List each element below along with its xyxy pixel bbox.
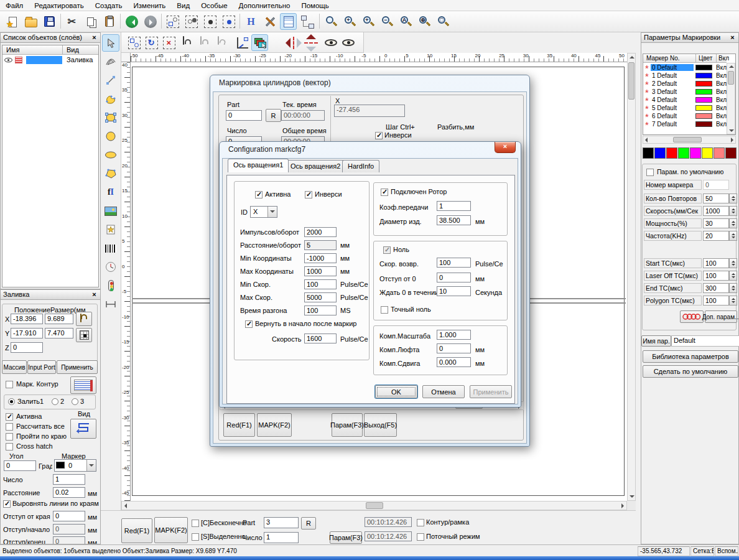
params-button[interactable]: Парам(F3) xyxy=(330,531,362,544)
scrollbar-thumb[interactable] xyxy=(728,71,734,85)
new-document-button[interactable]: ★ xyxy=(4,13,21,30)
menu-item[interactable]: Изменить xyxy=(128,2,171,9)
params-button[interactable]: Парам(F3) xyxy=(332,413,363,437)
make-default-button[interactable]: Сделать по умолчанию xyxy=(643,365,738,378)
hatch-button[interactable]: H xyxy=(243,13,259,30)
config-value-field[interactable]: 2000 xyxy=(304,227,337,237)
x-size-field[interactable]: 9.689 xyxy=(45,314,73,324)
scrollbar-thumb[interactable] xyxy=(366,502,383,509)
spinner[interactable] xyxy=(729,218,737,228)
polygon-tool[interactable] xyxy=(102,165,119,182)
config-value-field[interactable]: 100 xyxy=(304,306,337,315)
zero-checkbox[interactable] xyxy=(383,246,391,254)
scale-button[interactable] xyxy=(126,34,142,51)
axis-id-select[interactable]: X xyxy=(250,206,277,218)
active-checkbox[interactable] xyxy=(6,413,13,421)
marker-row[interactable]: 2 Default Вкл xyxy=(643,80,727,88)
return-speed-field[interactable]: 100 xyxy=(437,258,471,268)
cut-button[interactable]: ✂ xyxy=(63,13,80,30)
paste-button[interactable] xyxy=(101,13,118,30)
y-size-field[interactable]: 7.470 xyxy=(45,328,73,338)
y-position-field[interactable]: -17.910 xyxy=(11,328,43,338)
color-swatch[interactable] xyxy=(666,147,677,159)
config-value-field[interactable]: 1000 xyxy=(304,266,337,276)
chevron-down-icon[interactable] xyxy=(86,460,96,471)
undo-button[interactable] xyxy=(123,13,140,30)
marker-row[interactable]: 0 Default Вкл xyxy=(643,63,727,72)
copy-button[interactable] xyxy=(82,13,99,30)
param-value[interactable]: 100 xyxy=(703,258,729,268)
reset-button[interactable]: R xyxy=(266,109,281,122)
count-field[interactable]: 1 xyxy=(53,474,85,485)
red-preview-button[interactable]: Red(F1) xyxy=(121,518,152,543)
curve-tool[interactable] xyxy=(102,90,119,108)
zoom-button[interactable]: − xyxy=(378,13,395,30)
spinner[interactable] xyxy=(729,231,737,241)
param-library-button[interactable]: Библиотека параметров xyxy=(643,350,738,363)
zoom-button[interactable] xyxy=(322,13,339,30)
delete-node-button[interactable]: × xyxy=(160,34,177,51)
column-view[interactable]: Вид xyxy=(67,46,79,54)
param-value[interactable]: 300 xyxy=(703,283,729,293)
tools-button[interactable] xyxy=(261,13,278,30)
spinner[interactable] xyxy=(729,258,737,268)
marker-row[interactable]: 6 Default Вкл xyxy=(643,112,727,120)
anchor-grid-button[interactable] xyxy=(76,328,92,342)
text-tool[interactable]: fI xyxy=(102,184,119,201)
param-value[interactable]: 100 xyxy=(703,296,729,306)
hatch-style-button[interactable] xyxy=(70,376,96,394)
close-icon[interactable]: × xyxy=(728,34,737,42)
exit-button[interactable]: Выход(F5) xyxy=(364,413,397,437)
exact-zero-checkbox[interactable] xyxy=(381,306,388,314)
spinner[interactable] xyxy=(729,206,737,216)
cancel-button[interactable]: Отмена xyxy=(422,385,465,398)
tab-rotation-axis-1[interactable]: Ось вращения1 xyxy=(228,159,289,172)
zoom-button[interactable]: + xyxy=(341,13,358,30)
array-button[interactable]: Массив xyxy=(2,360,27,374)
apply-button[interactable]: Применить xyxy=(470,385,512,398)
tab-hardinfo[interactable]: HardInfo xyxy=(342,160,379,172)
comp-shift-field[interactable]: 0.000 xyxy=(437,357,471,367)
color-swatch[interactable] xyxy=(702,147,713,159)
rectangle-tool[interactable] xyxy=(102,109,119,126)
mirror-vertical-button[interactable] xyxy=(285,34,302,51)
object-list-toggle-button[interactable] xyxy=(280,13,297,30)
fill3-radio[interactable] xyxy=(72,398,78,405)
close-button[interactable]: × xyxy=(495,142,516,153)
color-swatch[interactable] xyxy=(713,147,725,159)
marker-row[interactable]: 4 Default Вкл xyxy=(643,96,727,104)
comp-scale-field[interactable]: 1.000 xyxy=(437,330,471,340)
rotate-button[interactable]: ↻ xyxy=(143,34,160,51)
mark-contour-checkbox[interactable] xyxy=(6,381,13,388)
circle-tool[interactable] xyxy=(102,128,119,145)
start-offset-field[interactable]: 0 xyxy=(53,524,85,534)
mirror-horizontal-button[interactable] xyxy=(302,34,319,51)
column-marker-no[interactable]: Маркер No. xyxy=(646,54,680,62)
preview-all-button[interactable] xyxy=(340,34,356,51)
node-blue-button[interactable] xyxy=(220,13,237,30)
selected-only-checkbox[interactable] xyxy=(192,533,199,541)
param-value[interactable]: 50 xyxy=(703,194,729,203)
visibility-eye-icon[interactable] xyxy=(4,57,12,63)
close-icon[interactable]: × xyxy=(90,291,98,299)
end-offset-field[interactable]: 0 xyxy=(53,536,85,544)
horizontal-scrollbar[interactable] xyxy=(121,501,627,510)
marker-list[interactable]: Маркер No. Цвет Вкл 0 Default Вкл 1 Defa… xyxy=(643,54,736,135)
menu-item[interactable]: Вид xyxy=(171,2,195,9)
offset-zero-field[interactable]: 0 xyxy=(437,273,471,282)
comp-backlash-field[interactable]: 0 xyxy=(437,343,471,353)
param-value[interactable]: 30 xyxy=(703,218,729,228)
fill1-radio[interactable] xyxy=(8,398,15,405)
edge-offset-field[interactable]: 0 xyxy=(53,511,85,521)
mark-button[interactable]: MAPK(F2) xyxy=(154,517,188,543)
io-tool[interactable] xyxy=(102,277,119,294)
mark-button[interactable]: MAPK(F2) xyxy=(257,413,292,437)
rotor-connected-checkbox[interactable] xyxy=(381,189,388,196)
spinner[interactable] xyxy=(729,194,737,203)
node-edit-tool[interactable] xyxy=(102,53,119,70)
distance-field[interactable]: 0.02 xyxy=(53,487,85,498)
zoom-button[interactable]: □ xyxy=(434,13,451,30)
spinner[interactable] xyxy=(729,283,737,293)
config-value-field[interactable]: 5 xyxy=(304,240,337,250)
color-swatch[interactable] xyxy=(643,147,654,159)
